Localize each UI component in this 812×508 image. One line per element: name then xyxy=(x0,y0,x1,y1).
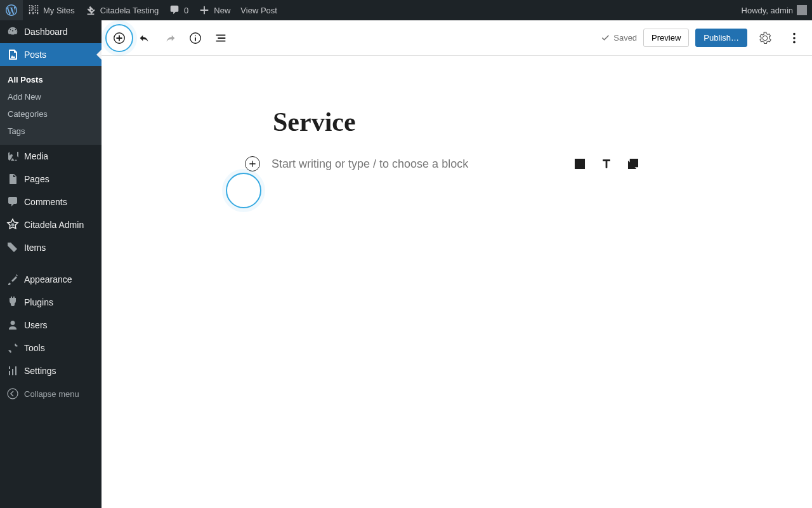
block-placeholder: Start writing or type / to choose a bloc… xyxy=(272,157,468,171)
avatar xyxy=(797,5,807,15)
tools-label: Tools xyxy=(24,343,45,353)
default-block[interactable]: Start writing or type / to choose a bloc… xyxy=(273,156,641,171)
settings-label: Settings xyxy=(24,366,56,376)
preview-button[interactable]: Preview xyxy=(643,29,689,47)
sidebar-item-citadela[interactable]: Citadela Admin xyxy=(0,213,102,236)
svg-rect-8 xyxy=(575,159,585,169)
comments-label: Comments xyxy=(24,197,67,207)
new-link[interactable]: New xyxy=(193,0,235,20)
heading-block-icon[interactable] xyxy=(599,156,614,171)
post-title[interactable]: Service xyxy=(273,107,641,137)
sidebar-item-pages[interactable]: Pages xyxy=(0,168,102,190)
new-label: New xyxy=(214,6,230,15)
svg-point-4 xyxy=(195,35,196,36)
submenu-categories[interactable]: Categories xyxy=(0,105,102,123)
view-post-label: View Post xyxy=(240,6,277,15)
my-sites-label: My Sites xyxy=(43,6,75,15)
view-post-link[interactable]: View Post xyxy=(235,0,282,20)
redo-button[interactable] xyxy=(159,27,181,50)
undo-button[interactable] xyxy=(133,27,156,50)
svg-point-7 xyxy=(793,41,796,43)
submenu-add-new[interactable]: Add New xyxy=(0,88,102,105)
settings-gear-button[interactable] xyxy=(754,27,776,50)
site-name-link[interactable]: Citadela Testing xyxy=(80,0,164,20)
posts-submenu: All Posts Add New Categories Tags xyxy=(0,66,102,145)
collapse-label: Collapse menu xyxy=(24,389,79,399)
my-sites-link[interactable]: My Sites xyxy=(23,0,80,20)
editor-toolbar: Saved Preview Publish… xyxy=(102,20,812,56)
submenu-all-posts[interactable]: All Posts xyxy=(0,71,102,88)
saved-label: Saved xyxy=(613,33,637,43)
site-name-label: Citadela Testing xyxy=(100,6,159,15)
users-label: Users xyxy=(24,320,48,330)
svg-point-5 xyxy=(793,32,796,35)
posts-label: Posts xyxy=(24,50,46,60)
sidebar-item-tools[interactable]: Tools xyxy=(0,337,102,359)
wp-adminbar: My Sites Citadela Testing 0 New View Pos… xyxy=(0,0,812,20)
citadela-label: Citadela Admin xyxy=(24,220,84,230)
items-label: Items xyxy=(24,243,46,253)
sidebar-item-plugins[interactable]: Plugins xyxy=(0,291,102,314)
sidebar-item-items[interactable]: Items xyxy=(0,236,102,259)
sidebar-item-dashboard[interactable]: Dashboard xyxy=(0,20,102,43)
submenu-tags[interactable]: Tags xyxy=(0,123,102,140)
howdy-link[interactable]: Howdy, admin xyxy=(737,0,812,20)
appearance-label: Appearance xyxy=(24,274,72,284)
comments-count: 0 xyxy=(184,6,188,15)
gallery-block-icon[interactable] xyxy=(625,156,641,171)
block-editor: Saved Preview Publish… Service Start wri… xyxy=(102,20,812,508)
media-label: Media xyxy=(24,151,48,161)
howdy-label: Howdy, admin xyxy=(742,6,793,15)
editor-canvas[interactable]: Service Start writing or type / to choos… xyxy=(102,56,812,171)
collapse-menu[interactable]: Collapse menu xyxy=(0,382,102,405)
svg-point-6 xyxy=(793,37,796,39)
more-menu-button[interactable] xyxy=(783,27,806,50)
admin-sidebar: Dashboard Posts All Posts Add New Catego… xyxy=(0,20,102,508)
wp-logo[interactable] xyxy=(0,0,23,20)
comments-link[interactable]: 0 xyxy=(164,0,193,20)
image-block-icon[interactable] xyxy=(572,156,587,171)
sidebar-item-appearance[interactable]: Appearance xyxy=(0,268,102,291)
sidebar-item-posts[interactable]: Posts xyxy=(0,43,102,66)
svg-point-0 xyxy=(11,224,15,227)
svg-point-1 xyxy=(8,389,18,399)
dashboard-label: Dashboard xyxy=(24,27,68,37)
info-button[interactable] xyxy=(184,27,207,50)
plugins-label: Plugins xyxy=(24,297,53,307)
outline-button[interactable] xyxy=(209,27,232,50)
sidebar-item-comments[interactable]: Comments xyxy=(0,190,102,213)
sidebar-item-settings[interactable]: Settings xyxy=(0,359,102,382)
publish-button[interactable]: Publish… xyxy=(695,29,747,47)
add-block-toolbar-button[interactable] xyxy=(108,27,131,50)
pages-label: Pages xyxy=(24,174,49,184)
saved-indicator: Saved xyxy=(599,32,637,44)
sidebar-item-users[interactable]: Users xyxy=(0,314,102,337)
inline-add-block-button[interactable] xyxy=(245,156,260,171)
sidebar-item-media[interactable]: Media xyxy=(0,145,102,168)
